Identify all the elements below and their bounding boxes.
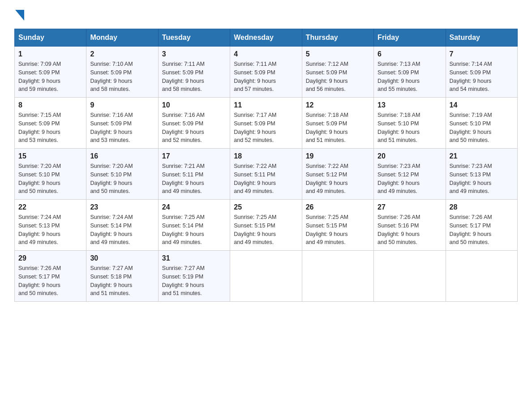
day-number: 30 [90, 254, 154, 262]
col-header-monday: Monday [86, 29, 158, 47]
day-info: Sunrise: 7:23 AMSunset: 5:12 PMDaylight:… [378, 163, 420, 194]
calendar-cell: 9 Sunrise: 7:16 AMSunset: 5:09 PMDayligh… [86, 98, 158, 149]
calendar-cell: 11 Sunrise: 7:17 AMSunset: 5:09 PMDaylig… [230, 98, 302, 149]
day-info: Sunrise: 7:26 AMSunset: 5:17 PMDaylight:… [18, 265, 61, 296]
day-number: 4 [234, 50, 298, 58]
day-info: Sunrise: 7:19 AMSunset: 5:10 PMDaylight:… [450, 112, 492, 143]
day-number: 29 [18, 254, 82, 262]
calendar-cell: 3 Sunrise: 7:11 AMSunset: 5:09 PMDayligh… [158, 47, 230, 98]
calendar-cell: 8 Sunrise: 7:15 AMSunset: 5:09 PMDayligh… [15, 98, 86, 149]
day-info: Sunrise: 7:26 AMSunset: 5:16 PMDaylight:… [378, 214, 420, 245]
col-header-saturday: Saturday [446, 29, 517, 47]
day-info: Sunrise: 7:10 AMSunset: 5:09 PMDaylight:… [90, 61, 133, 92]
calendar-cell [230, 251, 302, 302]
day-info: Sunrise: 7:11 AMSunset: 5:09 PMDaylight:… [162, 61, 205, 92]
calendar-cell: 21 Sunrise: 7:23 AMSunset: 5:13 PMDaylig… [446, 149, 517, 200]
day-number: 22 [18, 203, 82, 211]
day-number: 11 [234, 101, 298, 109]
col-header-thursday: Thursday [302, 29, 373, 47]
day-number: 25 [234, 203, 298, 211]
calendar-cell: 18 Sunrise: 7:22 AMSunset: 5:11 PMDaylig… [230, 149, 302, 200]
day-info: Sunrise: 7:26 AMSunset: 5:17 PMDaylight:… [450, 214, 492, 245]
col-header-friday: Friday [374, 29, 446, 47]
day-info: Sunrise: 7:24 AMSunset: 5:14 PMDaylight:… [90, 214, 133, 245]
calendar-cell: 28 Sunrise: 7:26 AMSunset: 5:17 PMDaylig… [446, 200, 517, 251]
day-info: Sunrise: 7:27 AMSunset: 5:18 PMDaylight:… [90, 265, 133, 296]
calendar-cell: 31 Sunrise: 7:27 AMSunset: 5:19 PMDaylig… [158, 251, 230, 302]
calendar-body: 1 Sunrise: 7:09 AMSunset: 5:09 PMDayligh… [15, 47, 518, 302]
day-number: 27 [378, 203, 442, 211]
day-info: Sunrise: 7:20 AMSunset: 5:10 PMDaylight:… [90, 163, 133, 194]
day-number: 15 [18, 152, 82, 160]
calendar-cell: 5 Sunrise: 7:12 AMSunset: 5:09 PMDayligh… [302, 47, 373, 98]
day-info: Sunrise: 7:13 AMSunset: 5:09 PMDaylight:… [378, 61, 420, 92]
calendar-cell: 19 Sunrise: 7:22 AMSunset: 5:12 PMDaylig… [302, 149, 373, 200]
day-number: 12 [306, 101, 370, 109]
day-info: Sunrise: 7:21 AMSunset: 5:11 PMDaylight:… [162, 163, 205, 194]
calendar-cell: 30 Sunrise: 7:27 AMSunset: 5:18 PMDaylig… [86, 251, 158, 302]
calendar-cell: 16 Sunrise: 7:20 AMSunset: 5:10 PMDaylig… [86, 149, 158, 200]
calendar-cell: 24 Sunrise: 7:25 AMSunset: 5:14 PMDaylig… [158, 200, 230, 251]
day-number: 28 [450, 203, 514, 211]
day-number: 19 [306, 152, 370, 160]
day-info: Sunrise: 7:18 AMSunset: 5:09 PMDaylight:… [306, 112, 348, 143]
calendar-cell: 23 Sunrise: 7:24 AMSunset: 5:14 PMDaylig… [86, 200, 158, 251]
day-info: Sunrise: 7:25 AMSunset: 5:15 PMDaylight:… [306, 214, 348, 245]
day-number: 17 [162, 152, 226, 160]
calendar-cell: 15 Sunrise: 7:20 AMSunset: 5:10 PMDaylig… [15, 149, 86, 200]
day-number: 9 [90, 101, 154, 109]
day-number: 2 [90, 50, 154, 58]
col-header-wednesday: Wednesday [230, 29, 302, 47]
day-number: 10 [162, 101, 226, 109]
day-number: 6 [378, 50, 442, 58]
calendar-week-row: 15 Sunrise: 7:20 AMSunset: 5:10 PMDaylig… [15, 149, 518, 200]
day-info: Sunrise: 7:25 AMSunset: 5:14 PMDaylight:… [162, 214, 205, 245]
calendar-cell: 25 Sunrise: 7:25 AMSunset: 5:15 PMDaylig… [230, 200, 302, 251]
day-info: Sunrise: 7:24 AMSunset: 5:13 PMDaylight:… [18, 214, 61, 245]
day-number: 26 [306, 203, 370, 211]
calendar-header-row: SundayMondayTuesdayWednesdayThursdayFrid… [15, 29, 518, 47]
day-info: Sunrise: 7:20 AMSunset: 5:10 PMDaylight:… [18, 163, 61, 194]
day-info: Sunrise: 7:12 AMSunset: 5:09 PMDaylight:… [306, 61, 348, 92]
calendar-cell: 14 Sunrise: 7:19 AMSunset: 5:10 PMDaylig… [446, 98, 517, 149]
day-number: 5 [306, 50, 370, 58]
col-header-sunday: Sunday [15, 29, 86, 47]
day-number: 16 [90, 152, 154, 160]
calendar-cell: 2 Sunrise: 7:10 AMSunset: 5:09 PMDayligh… [86, 47, 158, 98]
calendar-cell: 26 Sunrise: 7:25 AMSunset: 5:15 PMDaylig… [302, 200, 373, 251]
day-info: Sunrise: 7:23 AMSunset: 5:13 PMDaylight:… [450, 163, 492, 194]
calendar-cell: 10 Sunrise: 7:16 AMSunset: 5:09 PMDaylig… [158, 98, 230, 149]
day-number: 7 [450, 50, 514, 58]
day-number: 8 [18, 101, 82, 109]
day-number: 13 [378, 101, 442, 109]
day-info: Sunrise: 7:16 AMSunset: 5:09 PMDaylight:… [162, 112, 205, 143]
calendar-table: SundayMondayTuesdayWednesdayThursdayFrid… [14, 29, 518, 302]
day-info: Sunrise: 7:22 AMSunset: 5:12 PMDaylight:… [306, 163, 348, 194]
calendar-cell [446, 251, 517, 302]
page-header [14, 11, 518, 21]
day-info: Sunrise: 7:15 AMSunset: 5:09 PMDaylight:… [18, 112, 61, 143]
day-info: Sunrise: 7:25 AMSunset: 5:15 PMDaylight:… [234, 214, 276, 245]
calendar-cell: 27 Sunrise: 7:26 AMSunset: 5:16 PMDaylig… [374, 200, 446, 251]
day-info: Sunrise: 7:17 AMSunset: 5:09 PMDaylight:… [234, 112, 276, 143]
calendar-cell: 4 Sunrise: 7:11 AMSunset: 5:09 PMDayligh… [230, 47, 302, 98]
day-info: Sunrise: 7:18 AMSunset: 5:10 PMDaylight:… [378, 112, 420, 143]
day-number: 23 [90, 203, 154, 211]
calendar-week-row: 8 Sunrise: 7:15 AMSunset: 5:09 PMDayligh… [15, 98, 518, 149]
calendar-cell: 17 Sunrise: 7:21 AMSunset: 5:11 PMDaylig… [158, 149, 230, 200]
logo [14, 11, 24, 21]
day-info: Sunrise: 7:22 AMSunset: 5:11 PMDaylight:… [234, 163, 276, 194]
day-info: Sunrise: 7:09 AMSunset: 5:09 PMDaylight:… [18, 61, 61, 92]
calendar-week-row: 1 Sunrise: 7:09 AMSunset: 5:09 PMDayligh… [15, 47, 518, 98]
svg-marker-0 [15, 10, 24, 21]
calendar-cell: 29 Sunrise: 7:26 AMSunset: 5:17 PMDaylig… [15, 251, 86, 302]
day-number: 14 [450, 101, 514, 109]
day-number: 3 [162, 50, 226, 58]
calendar-cell: 20 Sunrise: 7:23 AMSunset: 5:12 PMDaylig… [374, 149, 446, 200]
calendar-cell: 6 Sunrise: 7:13 AMSunset: 5:09 PMDayligh… [374, 47, 446, 98]
day-number: 18 [234, 152, 298, 160]
day-info: Sunrise: 7:16 AMSunset: 5:09 PMDaylight:… [90, 112, 133, 143]
calendar-cell [374, 251, 446, 302]
day-info: Sunrise: 7:11 AMSunset: 5:09 PMDaylight:… [234, 61, 276, 92]
day-number: 20 [378, 152, 442, 160]
